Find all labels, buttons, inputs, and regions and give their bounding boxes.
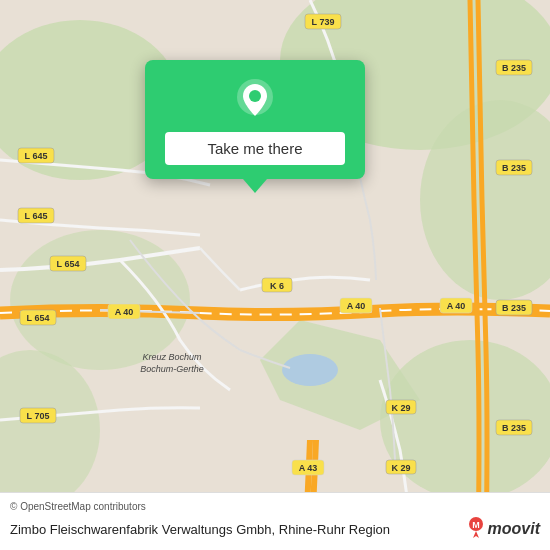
svg-point-4	[10, 230, 190, 370]
svg-text:Bochum-Gerthe: Bochum-Gerthe	[140, 364, 204, 374]
svg-text:M: M	[472, 520, 480, 530]
svg-point-46	[249, 90, 261, 102]
svg-text:K 29: K 29	[391, 403, 410, 413]
svg-text:K 6: K 6	[270, 281, 284, 291]
svg-text:L 645: L 645	[25, 211, 48, 221]
svg-text:L 654: L 654	[57, 259, 80, 269]
svg-text:A 40: A 40	[447, 301, 466, 311]
popup-card: Take me there	[145, 60, 365, 179]
svg-text:L 654: L 654	[27, 313, 50, 323]
take-me-there-button[interactable]: Take me there	[165, 132, 345, 165]
moovit-brand-text: moovit	[488, 520, 540, 538]
svg-text:A 43: A 43	[299, 463, 318, 473]
bottom-bar: © OpenStreetMap contributors Zimbo Fleis…	[0, 492, 550, 550]
map-attribution: © OpenStreetMap contributors	[10, 501, 540, 512]
place-info: Zimbo Fleischwarenfabrik Verwaltungs Gmb…	[10, 516, 540, 542]
moovit-logo-icon: M	[458, 516, 484, 542]
svg-text:L 645: L 645	[25, 151, 48, 161]
svg-text:K 29: K 29	[391, 463, 410, 473]
svg-text:B 235: B 235	[502, 163, 526, 173]
svg-text:B 235: B 235	[502, 303, 526, 313]
moovit-logo: M moovit	[458, 516, 540, 542]
svg-text:A 40: A 40	[347, 301, 366, 311]
svg-text:A 40: A 40	[115, 307, 134, 317]
place-name-text: Zimbo Fleischwarenfabrik Verwaltungs Gmb…	[10, 522, 458, 537]
svg-text:B 235: B 235	[502, 63, 526, 73]
svg-point-8	[282, 354, 338, 386]
svg-text:L 739: L 739	[312, 17, 335, 27]
map-container: L 739 L 645 L 654 L 645 L 654 K 6 A 40 A…	[0, 0, 550, 550]
svg-text:L 705: L 705	[27, 411, 50, 421]
svg-text:Kreuz Bochum: Kreuz Bochum	[142, 352, 202, 362]
location-pin-icon	[233, 78, 277, 122]
svg-text:B 235: B 235	[502, 423, 526, 433]
